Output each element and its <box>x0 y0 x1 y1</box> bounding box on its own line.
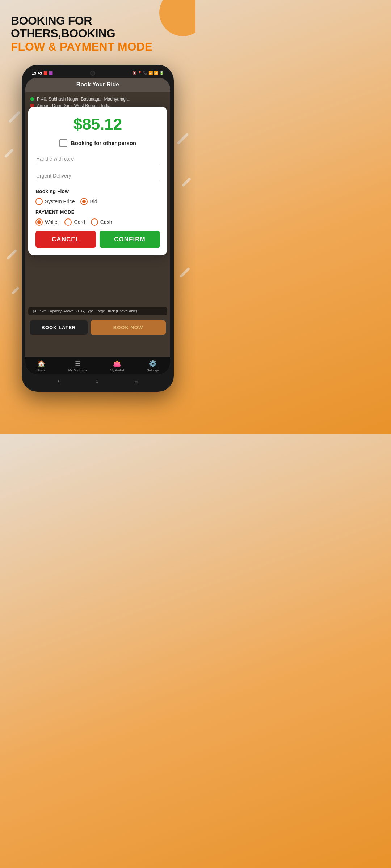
phone-frame: 19:49 🟥 🟪 🔇 📍 📞 📶 📶 🔋 Book Your Ride <box>22 65 174 392</box>
book-ride-title: Book Your Ride <box>31 81 164 88</box>
booking-other-row: Booking for other person <box>35 139 160 147</box>
vehicle-info-bar: $10 / km Capacity: Above 50KG, Type: Lar… <box>28 307 167 315</box>
cash-radio[interactable] <box>91 218 98 226</box>
settings-icon: ⚙️ <box>149 360 157 368</box>
app-icon: 🟪 <box>49 71 53 75</box>
location-icon: 📍 <box>138 71 142 75</box>
nav-wallet-label: My Wallet <box>110 369 124 372</box>
system-price-option[interactable]: System Price <box>35 198 75 205</box>
phone-mockup: 19:49 🟥 🟪 🔇 📍 📞 📶 📶 🔋 Book Your Ride <box>22 65 174 392</box>
booking-flow-radio-group: System Price Bid <box>35 198 160 205</box>
bid-label: Bid <box>90 199 97 204</box>
book-later-button[interactable]: BOOK LATER <box>30 320 88 335</box>
call-icon: 📞 <box>143 71 147 75</box>
payment-mode-label: PAYMENT MODE <box>35 209 160 215</box>
header-title-line1: BOOKING FOR OTHERS,BOOKING <box>11 14 185 40</box>
volume-icon: 🔇 <box>132 71 136 75</box>
nav-bookings-label: My Bookings <box>68 369 87 372</box>
status-time: 19:49 <box>32 71 42 75</box>
notification-icon: 🟥 <box>43 71 47 75</box>
nav-home-label: Home <box>37 369 46 372</box>
wifi-icon: 📶 <box>148 71 153 75</box>
header-section: BOOKING FOR OTHERS,BOOKING FLOW & PAYMEN… <box>0 0 196 61</box>
modal-overlay: $85.12 Booking for other person Booking … <box>25 107 170 255</box>
price-display: $85.12 <box>35 115 160 133</box>
wallet-icon: 👛 <box>113 360 121 368</box>
booking-other-checkbox[interactable] <box>59 139 67 147</box>
wallet-option[interactable]: Wallet <box>35 218 59 226</box>
modal-button-row: CANCEL CONFIRM <box>35 231 160 248</box>
bid-option[interactable]: Bid <box>80 198 97 205</box>
nav-item-home[interactable]: 🏠 Home <box>37 360 46 372</box>
home-button[interactable]: ○ <box>95 378 99 384</box>
booking-flow-label: Booking Flow <box>35 188 160 194</box>
handle-with-care-input[interactable] <box>35 153 160 165</box>
wallet-radio[interactable] <box>35 218 43 226</box>
home-icon: 🏠 <box>37 360 45 368</box>
nav-settings-label: Settings <box>147 369 159 372</box>
book-actions-row: BOOK LATER BOOK NOW <box>25 317 170 338</box>
book-ride-header: Book Your Ride <box>25 78 170 92</box>
status-bar: 19:49 🟥 🟪 🔇 📍 📞 📶 📶 🔋 <box>25 70 170 78</box>
bookings-icon: ☰ <box>75 360 81 368</box>
cancel-button[interactable]: CANCEL <box>35 231 96 248</box>
modal-card: $85.12 Booking for other person Booking … <box>28 107 167 255</box>
signal-icon: 📶 <box>154 71 158 75</box>
header-title-line2: FLOW & PAYMENT MODE <box>11 40 185 54</box>
card-label: Card <box>74 219 85 225</box>
pickup-dot <box>30 97 34 101</box>
pickup-point: P-40, Subhash Nagar, Basunagar, Madhyamg… <box>30 97 165 102</box>
pickup-text: P-40, Subhash Nagar, Basunagar, Madhyamg… <box>37 97 130 102</box>
confirm-button[interactable]: CONFIRM <box>100 231 160 248</box>
card-radio[interactable] <box>64 218 72 226</box>
cash-option[interactable]: Cash <box>91 218 112 226</box>
cash-label: Cash <box>100 219 112 225</box>
vehicle-info-text: $10 / km Capacity: Above 50KG, Type: Lar… <box>33 309 163 313</box>
urgent-delivery-input[interactable] <box>35 170 160 182</box>
wallet-label: Wallet <box>45 219 59 225</box>
nav-item-bookings[interactable]: ☰ My Bookings <box>68 360 87 372</box>
camera-notch <box>90 71 95 76</box>
phone-screen: Book Your Ride P-40, Subhash Nagar, Basu… <box>25 78 170 374</box>
back-button[interactable]: ‹ <box>58 378 59 384</box>
system-price-radio[interactable] <box>35 198 43 205</box>
battery-icon: 🔋 <box>159 71 164 75</box>
bid-radio[interactable] <box>80 198 88 205</box>
book-now-button[interactable]: BOOK NOW <box>91 320 166 335</box>
payment-mode-radio-group: Wallet Card Cash <box>35 218 160 226</box>
bottom-nav: 🏠 Home ☰ My Bookings 👛 My Wallet ⚙️ Sett… <box>25 357 170 374</box>
menu-button[interactable]: ≡ <box>134 378 138 384</box>
nav-item-wallet[interactable]: 👛 My Wallet <box>110 360 124 372</box>
card-option[interactable]: Card <box>64 218 85 226</box>
booking-other-label: Booking for other person <box>71 140 136 146</box>
phone-chin: ‹ ○ ≡ <box>25 374 170 387</box>
system-price-label: System Price <box>45 199 75 204</box>
nav-item-settings[interactable]: ⚙️ Settings <box>147 360 159 372</box>
